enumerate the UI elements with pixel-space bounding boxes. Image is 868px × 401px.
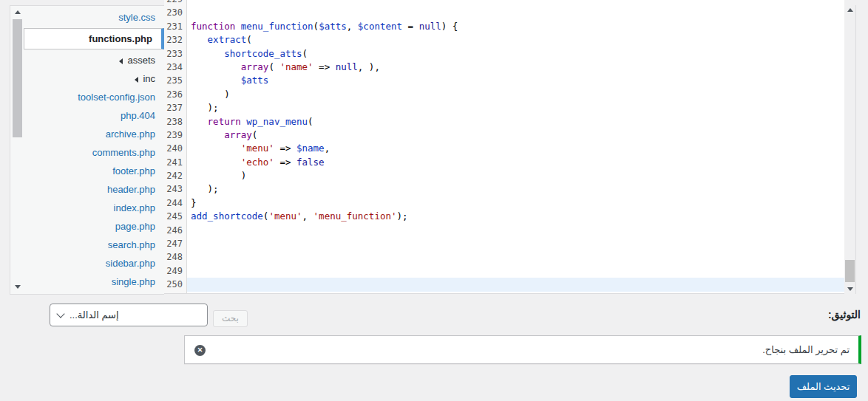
code-line-238[interactable]: 238 return wp_nav_menu( [164,115,844,128]
code-text [187,6,844,19]
file-item-single.php[interactable]: single.php [24,273,164,291]
file-item-sidebar.php[interactable]: sidebar.php [24,254,164,273]
code-text [187,250,844,264]
code-text: ) [187,169,844,182]
sidebar-scrollbar[interactable] [13,7,22,292]
file-item-label: inc [143,73,155,84]
file-item-search.php[interactable]: search.php [24,236,164,254]
file-item-404.php[interactable]: 404.php [24,106,164,125]
line-number: 250 [164,278,187,291]
code-line-247[interactable]: 247 [164,237,844,250]
scroll-down-icon[interactable] [15,285,21,289]
update-file-button[interactable]: تحديث الملف [790,375,857,398]
code-text [187,0,844,6]
file-browser: style.cssfunctions.phpassetsinctoolset-c… [10,5,164,295]
file-item-page.php[interactable]: page.php [24,217,164,236]
code-line-231[interactable]: 231function menu_function($atts, $conten… [164,20,844,33]
file-item-label: 404.php [121,110,155,121]
code-line-239[interactable]: 239 array( [164,128,844,142]
lookup-button[interactable]: بحث [213,310,248,327]
select-value: إسم الدالة... [69,309,119,321]
file-item-header.php[interactable]: header.php [24,180,164,199]
line-number: 248 [164,250,187,264]
code-text: shortcode_atts( [187,47,844,61]
line-number: 243 [164,182,187,196]
code-line-248[interactable]: 248 [164,250,844,264]
code-text: ) [187,88,844,101]
file-item-label: single.php [112,276,155,287]
code-text: ); [187,101,844,114]
file-item-functions.php[interactable]: functions.php [24,28,164,49]
editor-scrollbar[interactable] [844,5,856,294]
code-line-237[interactable]: 237 ); [164,101,844,114]
file-item-footer.php[interactable]: footer.php [24,162,164,180]
line-number: 244 [164,196,187,210]
line-number: 245 [164,210,187,223]
code-line-246[interactable]: 246 [164,224,844,237]
code-text [187,237,844,250]
code-line-244[interactable]: 244} [164,196,844,210]
code-text: ); [187,182,844,196]
line-number: 235 [164,74,187,87]
folder-collapse-icon [119,58,123,64]
file-item-toolset-config.json[interactable]: toolset-config.json [24,88,164,106]
code-line-242[interactable]: 242 ) [164,169,844,182]
code-text: add_shortcode('menu', 'menu_function'); [187,210,844,223]
file-item-label: index.php [114,202,155,213]
code-line-241[interactable]: 241 'echo' => false [164,156,844,169]
code-line-243[interactable]: 243 ); [164,182,844,196]
line-number: 233 [164,47,187,61]
code-line-235[interactable]: 235 $atts [164,74,844,87]
code-line-232[interactable]: 232 extract( [164,33,844,47]
line-number: 242 [164,169,187,182]
line-number: 240 [164,142,187,155]
file-item-label: header.php [107,184,155,195]
chevron-down-icon [56,309,64,318]
function-name-select[interactable]: إسم الدالة... [50,304,208,326]
code-line-240[interactable]: 240 'menu' => $name, [164,142,844,155]
sidebar-scrollbar-thumb[interactable] [13,19,22,137]
code-text [187,224,844,237]
code-line-234[interactable]: 234 array( 'name' => null, ), [164,61,844,74]
editor-scrollbar-thumb[interactable] [845,260,855,282]
line-number: 247 [164,237,187,250]
file-item-comments.php[interactable]: comments.php [24,143,164,162]
folder-item-inc[interactable]: inc [24,69,164,88]
file-item-label: page.php [115,221,155,232]
code-text: $atts [187,74,844,87]
dismiss-notice-icon[interactable]: ✕ [194,345,206,356]
line-number: 230 [164,6,187,19]
success-notice: تم تحرير الملف بنجاح. ✕ [184,335,861,364]
line-number: 239 [164,128,187,142]
code-line-236[interactable]: 236 ) [164,88,844,101]
line-number: 236 [164,88,187,101]
file-item-label: functions.php [89,33,152,44]
line-number: 241 [164,156,187,169]
code-line-249[interactable]: 249 [164,264,844,278]
code-line-230[interactable]: 230 [164,6,844,19]
file-item-style.css[interactable]: style.css [24,8,164,27]
code-line-229[interactable]: 229 [164,0,844,6]
code-editor[interactable]: 229230231function menu_function($atts, $… [164,0,844,294]
theme-editor-workspace: style.cssfunctions.phpassetsinctoolset-c… [10,0,857,295]
code-line-245[interactable]: 245add_shortcode('menu', 'menu_function'… [164,210,844,223]
file-item-index.php[interactable]: index.php [24,199,164,217]
scroll-up-icon[interactable] [847,8,853,12]
code-text: function menu_function($atts, $content =… [187,20,844,33]
code-text [187,264,844,278]
code-text: 'menu' => $name, [187,142,844,155]
code-text [187,278,844,291]
code-line-233[interactable]: 233 shortcode_atts( [164,47,844,61]
line-number: 246 [164,224,187,237]
code-text: extract( [187,33,844,47]
code-line-250[interactable]: 250 [164,278,844,291]
folder-item-assets[interactable]: assets [24,51,164,69]
file-item-label: assets [127,55,155,66]
scroll-up-icon[interactable] [15,10,21,14]
line-number: 231 [164,20,187,33]
scroll-down-icon[interactable] [847,287,853,291]
code-lines: 229230231function menu_function($atts, $… [164,0,844,292]
line-number: 238 [164,115,187,128]
file-item-archive.php[interactable]: archive.php [24,125,164,143]
code-text: array( [187,128,844,142]
